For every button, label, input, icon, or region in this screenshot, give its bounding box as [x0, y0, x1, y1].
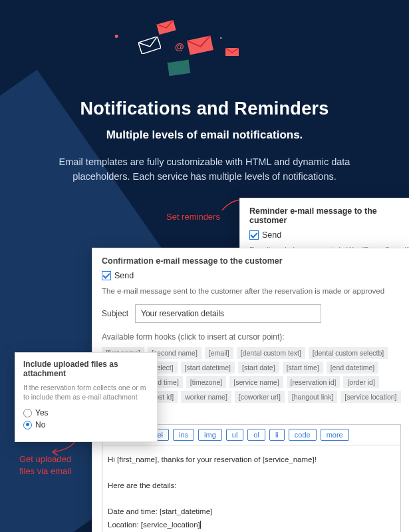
radio-label: No	[35, 420, 45, 429]
attachment-title: Include uploaded files as attachment	[23, 360, 149, 378]
svg-rect-3	[168, 60, 190, 76]
hook-tag[interactable]: [start date]	[238, 362, 279, 374]
hook-tag[interactable]: [email]	[205, 347, 233, 359]
hook-tag[interactable]: [coworker url]	[235, 391, 285, 403]
confirmation-subtext: The e-mail message sent to the customer …	[102, 287, 401, 295]
editor-img-button[interactable]: img	[198, 429, 222, 441]
editor-more-button[interactable]: more	[321, 429, 349, 441]
attachment-no-radio[interactable]: No	[23, 420, 149, 429]
callout-uploads: Get uploaded files via email	[19, 453, 71, 477]
radio-icon	[23, 421, 32, 429]
page-title: Notifications and Reminders	[0, 99, 409, 119]
editor-ol-button[interactable]: ol	[247, 429, 265, 441]
callout-reminders: Set reminders	[166, 212, 220, 222]
editor-ins-button[interactable]: ins	[173, 429, 194, 441]
hook-tag[interactable]: [service name]	[229, 376, 283, 388]
editor-code-button[interactable]: code	[289, 429, 317, 441]
subject-label: Subject	[102, 309, 128, 318]
hook-tag[interactable]: [start datetime]	[181, 362, 235, 374]
hook-tag[interactable]: worker name]	[181, 391, 231, 403]
attachment-note: If the reservation form collects one or …	[23, 383, 149, 401]
confirmation-send-checkbox[interactable]: Send	[102, 271, 401, 280]
radio-icon	[23, 409, 32, 417]
reminder-send-checkbox[interactable]: Send	[249, 230, 409, 240]
radio-label: Yes	[35, 408, 49, 417]
reminder-title: Reminder e-mail message to the customer	[249, 206, 409, 225]
svg-rect-0	[156, 20, 176, 35]
attachment-card: Include uploaded files as attachment If …	[15, 352, 158, 442]
hook-tag[interactable]: [order id]	[343, 376, 378, 388]
checkbox-label: Send	[114, 271, 134, 280]
hook-tag[interactable]: [reservation id]	[287, 376, 341, 388]
hook-tag[interactable]: [hangout link]	[288, 391, 337, 403]
page-subtitle: Multiple levels of email notifications.	[0, 129, 409, 142]
page-desc: Email templates are fully customizable w…	[0, 154, 409, 184]
confirmation-title: Confirmation e-mail message to the custo…	[102, 256, 401, 266]
hook-tag[interactable]: [timezone]	[186, 376, 226, 388]
hook-tag[interactable]: [start time]	[283, 362, 323, 374]
checkbox-label: Send	[262, 230, 281, 240]
attachment-yes-radio[interactable]: Yes	[23, 408, 149, 417]
hook-tag[interactable]: [service location]	[341, 391, 400, 403]
subject-input[interactable]	[135, 304, 321, 323]
checkbox-icon	[102, 271, 111, 280]
editor-body[interactable]: Hi [first_name], thanks for your reserva…	[102, 445, 400, 532]
hook-tag[interactable]: [dental custom text]	[237, 347, 305, 359]
checkbox-icon	[249, 230, 259, 240]
editor-ul-button[interactable]: ul	[226, 429, 244, 441]
hook-tag[interactable]: [end datetime]	[327, 362, 379, 374]
svg-rect-1	[138, 37, 161, 54]
hooks-label: Available form hooks (click to insert at…	[102, 332, 401, 342]
hook-tag[interactable]: [dental custom selectb]	[309, 347, 388, 359]
svg-rect-2	[187, 35, 213, 55]
hero-mail-icons: @ • ·	[113, 20, 286, 93]
editor-li-button[interactable]: li	[269, 429, 285, 441]
